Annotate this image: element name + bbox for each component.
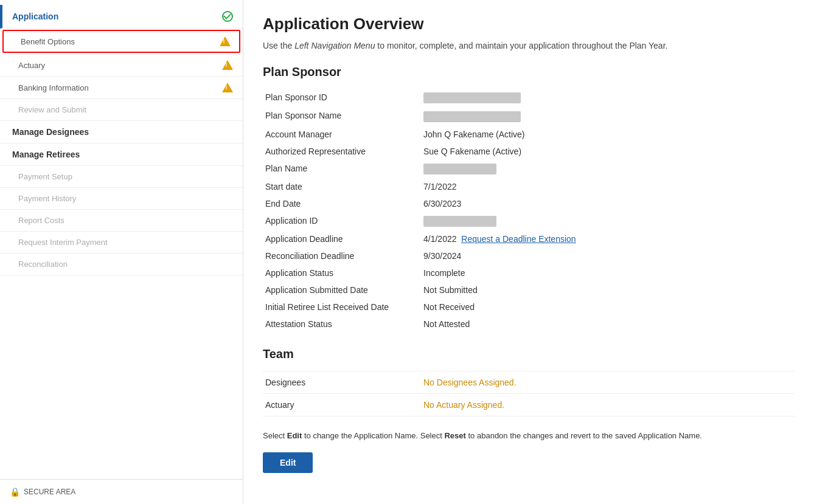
plan-sponsor-table: Plan Sponsor ID Plan Sponsor Name Accoun…	[263, 89, 795, 333]
footer-note: Select Edit to change the Application Na…	[263, 431, 737, 440]
sidebar-label-benefit-options: Benefit Options	[21, 37, 75, 46]
lock-icon: 🔒	[10, 487, 20, 497]
team-table: Designees No Designees Assigned. Actuary…	[263, 371, 795, 416]
field-value-end-date: 6/30/2023	[421, 195, 795, 212]
table-row: Plan Sponsor ID	[263, 89, 795, 107]
sidebar-item-manage-designees[interactable]: Manage Designees	[0, 121, 243, 143]
sidebar-label-payment-setup: Payment Setup	[18, 172, 72, 181]
sidebar-secure-area: 🔒 SECURE AREA	[0, 479, 243, 504]
sidebar-label-actuary: Actuary	[18, 61, 45, 70]
edit-button[interactable]: Edit	[263, 452, 313, 473]
main-content: Application Overview Use the Left Naviga…	[243, 0, 814, 504]
table-row: Application Submitted Date Not Submitted	[263, 281, 795, 299]
field-label-application-deadline: Application Deadline	[263, 230, 421, 247]
redacted-application-id	[423, 216, 496, 227]
field-label-application-submitted-date: Application Submitted Date	[263, 281, 421, 299]
sidebar-item-reconciliation: Reconciliation	[0, 254, 243, 275]
warning-icon-actuary	[222, 60, 233, 70]
field-value-application-id	[421, 212, 795, 230]
sidebar-item-report-costs: Report Costs	[0, 210, 243, 232]
table-row: Actuary No Actuary Assigned.	[263, 394, 795, 416]
table-row: Account Manager John Q Fakename (Active)	[263, 126, 795, 143]
warning-icon-benefit	[220, 36, 231, 46]
sidebar-label-report-costs: Report Costs	[18, 216, 64, 225]
table-row: Application ID	[263, 212, 795, 230]
field-label-account-manager: Account Manager	[263, 126, 421, 143]
sidebar-item-actuary[interactable]: Actuary	[0, 54, 243, 77]
check-icon	[222, 11, 233, 22]
plan-sponsor-section-title: Plan Sponsor	[263, 65, 795, 79]
field-value-plan-name	[421, 160, 795, 178]
sidebar-label-review-submit: Review and Submit	[18, 105, 86, 114]
field-value-start-date: 7/1/2022	[421, 178, 795, 195]
sidebar-label-reconciliation: Reconciliation	[18, 260, 68, 269]
sidebar-item-application[interactable]: Application	[0, 5, 243, 29]
intro-text: Use the Left Navigation Menu to monitor,…	[263, 41, 795, 50]
sidebar-label-manage-retirees: Manage Retirees	[12, 150, 80, 159]
field-label-plan-sponsor-id: Plan Sponsor ID	[263, 89, 421, 107]
field-label-plan-name: Plan Name	[263, 160, 421, 178]
redacted-plan-name	[423, 164, 496, 174]
field-label-end-date: End Date	[263, 195, 421, 212]
table-row: Authorized Representative Sue Q Fakename…	[263, 143, 795, 160]
request-deadline-extension-link[interactable]: Request a Deadline Extension	[461, 234, 576, 244]
field-value-account-manager: John Q Fakename (Active)	[421, 126, 795, 143]
field-label-plan-sponsor-name: Plan Sponsor Name	[263, 107, 421, 125]
table-row: Initial Retiree List Received Date Not R…	[263, 299, 795, 316]
table-row: Plan Sponsor Name	[263, 107, 795, 125]
sidebar-item-payment-history: Payment History	[0, 188, 243, 210]
table-row: Application Deadline 4/1/2022 Request a …	[263, 230, 795, 247]
team-label-designees: Designees	[263, 371, 421, 394]
team-label-actuary: Actuary	[263, 394, 421, 416]
table-row: Attestation Status Not Attested	[263, 316, 795, 333]
field-value-authorized-rep: Sue Q Fakename (Active)	[421, 143, 795, 160]
footer-edit-bold: Edit	[287, 431, 302, 440]
field-value-initial-retiree-list-received-date: Not Received	[421, 299, 795, 316]
sidebar-item-banking-information[interactable]: Banking Information	[0, 77, 243, 99]
team-section-title: Team	[263, 347, 795, 361]
field-label-authorized-rep: Authorized Representative	[263, 143, 421, 160]
sidebar-item-review-and-submit: Review and Submit	[0, 99, 243, 121]
field-value-attestation-status: Not Attested	[421, 316, 795, 333]
redacted-plan-sponsor-id	[423, 92, 521, 103]
page-title: Application Overview	[263, 15, 795, 33]
sidebar-label-request-interim-payment: Request Interim Payment	[18, 238, 108, 247]
field-label-attestation-status: Attestation Status	[263, 316, 421, 333]
field-label-start-date: Start date	[263, 178, 421, 195]
sidebar-label-banking-information: Banking Information	[18, 83, 89, 92]
field-label-initial-retiree-list-received-date: Initial Retiree List Received Date	[263, 299, 421, 316]
field-label-application-status: Application Status	[263, 264, 421, 281]
field-value-plan-sponsor-name	[421, 107, 795, 125]
field-value-plan-sponsor-id	[421, 89, 795, 107]
sidebar-label-payment-history: Payment History	[18, 194, 76, 203]
sidebar-item-request-interim-payment: Request Interim Payment	[0, 232, 243, 254]
field-label-reconciliation-deadline: Reconciliation Deadline	[263, 247, 421, 264]
table-row: Start date 7/1/2022	[263, 178, 795, 195]
redacted-plan-sponsor-name	[423, 111, 521, 122]
footer-reset-bold: Reset	[444, 431, 465, 440]
table-row: Plan Name	[263, 160, 795, 178]
secure-area-label: SECURE AREA	[24, 488, 75, 496]
table-row: Designees No Designees Assigned.	[263, 371, 795, 394]
warning-icon-banking	[222, 83, 233, 92]
field-value-application-deadline: 4/1/2022 Request a Deadline Extension	[421, 230, 795, 247]
sidebar-item-manage-retirees[interactable]: Manage Retirees	[0, 143, 243, 166]
sidebar-item-payment-setup: Payment Setup	[0, 166, 243, 188]
field-value-application-status: Incomplete	[421, 264, 795, 281]
field-value-application-submitted-date: Not Submitted	[421, 281, 795, 299]
table-row: Application Status Incomplete	[263, 264, 795, 281]
field-value-reconciliation-deadline: 9/30/2024	[421, 247, 795, 264]
sidebar: Application Benefit Options Actuary Bank…	[0, 0, 243, 504]
field-label-application-id: Application ID	[263, 212, 421, 230]
table-row: End Date 6/30/2023	[263, 195, 795, 212]
sidebar-item-benefit-options[interactable]: Benefit Options	[2, 30, 240, 53]
table-row: Reconciliation Deadline 9/30/2024	[263, 247, 795, 264]
team-value-actuary: No Actuary Assigned.	[421, 394, 795, 416]
sidebar-label-manage-designees: Manage Designees	[12, 127, 89, 137]
team-value-designees: No Designees Assigned.	[421, 371, 795, 394]
sidebar-label-application: Application	[12, 12, 58, 21]
